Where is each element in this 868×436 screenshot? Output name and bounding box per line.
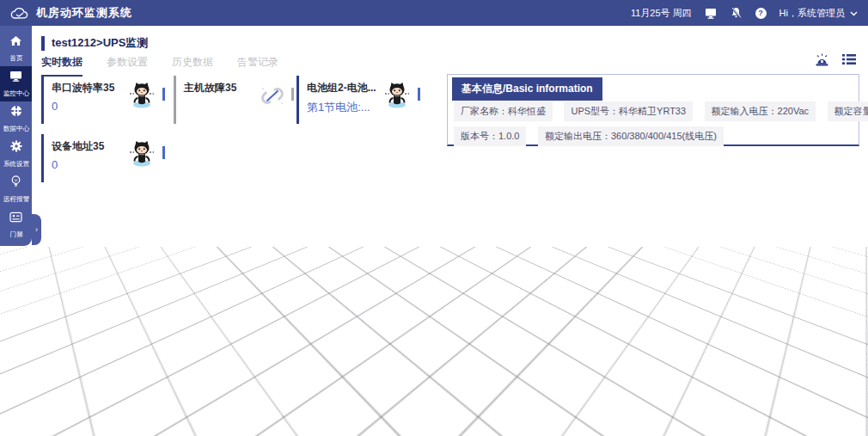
tab-alarm-records[interactable]: 告警记录	[237, 55, 278, 77]
card-title: 设备地址35	[52, 139, 125, 154]
sidebar-item-label: 首页	[9, 52, 22, 62]
card-value: 0	[52, 158, 125, 171]
card-accent-bar	[41, 76, 44, 124]
top-header: 机房动环监测系统 11月25号 周四 ? Hi，系统管	[0, 0, 868, 26]
card-accent-bar	[296, 76, 299, 124]
field-version: 版本号：1.0.0	[454, 126, 526, 146]
tab-realtime-data[interactable]: 实时数据	[41, 55, 83, 77]
panel-title: 基本信息/Basic information	[452, 77, 602, 101]
data-card-device-address[interactable]: 设备地址35 0	[41, 134, 165, 182]
gear-icon	[10, 140, 22, 156]
field-rated-output-voltage: 额定输出电压：360/380/400/415(线电压)	[538, 126, 724, 146]
info-row-2: 版本号：1.0.0 额定输出电压：360/380/400/415(线电压)	[454, 126, 855, 146]
sidebar-item-data-center[interactable]: 数据中心	[0, 101, 32, 137]
breadcrumb-accent-bar	[41, 36, 45, 51]
card-title: 电池组2-电池...	[307, 81, 381, 95]
mini-bar-chart	[418, 88, 420, 101]
sidebar-item-remote-alarm[interactable]: 远程报警	[0, 172, 32, 207]
field-rated-capacity: 额定容量：10/15/20KVZ	[828, 101, 868, 121]
card-accent-bar	[41, 134, 44, 182]
card-title: 串口波特率35	[52, 81, 125, 95]
sidebar-item-access-control[interactable]: 门禁	[0, 207, 32, 243]
data-card-baud-rate[interactable]: 串口波特率35 0	[41, 76, 165, 124]
question-icon[interactable]: ?	[755, 8, 767, 19]
card-accent-bar	[174, 76, 176, 124]
sidebar-expand-toggle[interactable]: ›	[32, 214, 41, 245]
octocat-icon	[127, 139, 156, 170]
field-manufacturer: 厂家名称：科华恒盛	[454, 101, 553, 121]
sidebar-item-monitoring-center[interactable]: 监控中心	[0, 66, 32, 101]
user-greeting: Hi，系统管理员	[779, 7, 845, 20]
sidebar-item-home[interactable]: 首页	[0, 31, 32, 66]
data-card-battery-group[interactable]: 电池组2-电池... 第1节电池:...	[296, 76, 420, 124]
perspective-grid-background	[0, 247, 868, 436]
mini-bar-chart	[291, 88, 294, 101]
card-value: 0	[52, 100, 125, 113]
sidebar-item-label: 门禁	[9, 229, 22, 238]
mini-bar-chart	[162, 88, 165, 101]
sidebar-item-label: 系统设置	[3, 158, 29, 168]
header-date: 11月25号 周四	[631, 7, 692, 20]
monitor-icon[interactable]	[705, 8, 717, 19]
siren-icon[interactable]	[815, 53, 829, 71]
monitor-icon	[9, 70, 22, 85]
sidebar-item-label: 监控中心	[3, 88, 29, 97]
sidebar-item-system-settings[interactable]: 系统设置	[0, 137, 32, 172]
content-toolbar	[815, 53, 856, 71]
octocat-icon	[382, 81, 412, 112]
mini-bar-chart	[162, 146, 165, 159]
app-title: 机房动环监测系统	[36, 5, 132, 21]
page-title: test1212>UPS监测	[52, 35, 148, 51]
app-root: 机房动环监测系统 11月25号 周四 ? Hi，系统管	[0, 0, 868, 436]
tab-history-data[interactable]: 历史数据	[172, 55, 213, 77]
broken-link-icon	[260, 84, 285, 111]
field-ups-model: UPS型号：科华精卫YRT33	[564, 101, 693, 121]
octocat-icon	[127, 81, 156, 112]
access-card-icon	[9, 211, 22, 226]
chevron-right-icon: ›	[35, 225, 38, 234]
tab-parameter-settings[interactable]: 参数设置	[107, 55, 148, 77]
info-row-1: 厂家名称：科华恒盛 UPS型号：科华精卫YRT33 额定输入电压：220Vac …	[454, 101, 855, 121]
sidebar-item-label: 数据中心	[3, 123, 29, 132]
bell-mute-icon[interactable]	[730, 7, 743, 19]
data-card-host-fault[interactable]: 主机故障35	[174, 76, 294, 124]
chevron-down-icon	[850, 8, 858, 18]
home-icon	[9, 34, 22, 50]
cloud-icon	[10, 7, 29, 20]
tab-bar: 实时数据 参数设置 历史数据 告警记录	[41, 55, 278, 77]
field-rated-input-voltage: 额定输入电压：220Vac	[705, 101, 816, 121]
breadcrumb: test1212>UPS监测	[41, 35, 148, 51]
basic-info-panel: 基本信息/Basic information 厂家名称：科华恒盛 UPS型号：科…	[447, 74, 859, 146]
sidebar-nav: 首页 监控中心	[0, 26, 32, 246]
card-title: 主机故障35	[184, 81, 258, 95]
bulb-icon	[10, 175, 21, 191]
data-center-icon	[10, 105, 22, 120]
user-menu[interactable]: Hi，系统管理员	[779, 7, 858, 20]
list-view-icon[interactable]	[842, 53, 856, 71]
card-value: 第1节电池:...	[307, 100, 381, 115]
sidebar-item-label: 远程报警	[3, 193, 29, 203]
